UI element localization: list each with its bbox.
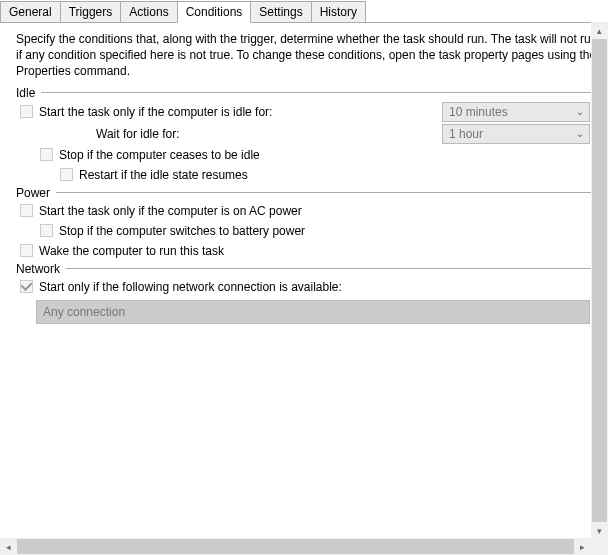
group-label-idle: Idle <box>16 86 41 100</box>
group-header-idle: Idle <box>16 86 602 100</box>
label-stop-on-battery: Stop if the computer switches to battery… <box>59 224 305 238</box>
checkbox-stop-on-battery <box>40 224 53 237</box>
tab-settings[interactable]: Settings <box>250 1 311 22</box>
tab-triggers[interactable]: Triggers <box>60 1 122 22</box>
tab-history[interactable]: History <box>311 1 366 22</box>
checkbox-on-ac-power <box>20 204 33 217</box>
tab-general[interactable]: General <box>0 1 61 22</box>
checkbox-restart-if-resumes <box>60 168 73 181</box>
scroll-down-icon[interactable]: ▾ <box>591 522 608 539</box>
group-label-network: Network <box>16 262 66 276</box>
conditions-panel: Specify the conditions that, along with … <box>0 22 608 535</box>
checkbox-wake-computer <box>20 244 33 257</box>
select-wait-duration: 1 hour ⌄ <box>442 124 590 144</box>
group-header-power: Power <box>16 186 602 200</box>
select-network-connection-value: Any connection <box>43 305 125 319</box>
checkbox-start-if-idle <box>20 105 33 118</box>
scroll-left-icon[interactable]: ◂ <box>0 538 17 555</box>
conditions-description: Specify the conditions that, along with … <box>16 31 602 80</box>
group-label-power: Power <box>16 186 56 200</box>
select-network-connection: Any connection <box>36 300 590 324</box>
divider <box>66 268 602 269</box>
select-wait-duration-value: 1 hour <box>449 127 571 141</box>
label-stop-if-not-idle: Stop if the computer ceases to be idle <box>59 148 260 162</box>
horizontal-scroll-thumb[interactable] <box>17 539 574 554</box>
vertical-scrollbar[interactable]: ▴ ▾ <box>591 22 608 539</box>
select-idle-duration: 10 minutes ⌄ <box>442 102 590 122</box>
scroll-corner <box>591 538 608 555</box>
tab-conditions[interactable]: Conditions <box>177 1 252 23</box>
scroll-right-icon[interactable]: ▸ <box>574 538 591 555</box>
divider <box>41 92 602 93</box>
label-restart-if-resumes: Restart if the idle state resumes <box>79 168 248 182</box>
chevron-down-icon: ⌄ <box>571 128 589 139</box>
label-start-if-idle: Start the task only if the computer is i… <box>39 105 272 119</box>
select-idle-duration-value: 10 minutes <box>449 105 571 119</box>
divider <box>56 192 602 193</box>
tab-actions[interactable]: Actions <box>120 1 177 22</box>
label-wait-for-idle: Wait for idle for: <box>96 127 180 141</box>
label-network-available: Start only if the following network conn… <box>39 280 342 294</box>
checkbox-stop-if-not-idle <box>40 148 53 161</box>
horizontal-scrollbar[interactable]: ◂ ▸ <box>0 538 591 555</box>
tab-strip: General Triggers Actions Conditions Sett… <box>0 0 608 22</box>
chevron-down-icon: ⌄ <box>571 106 589 117</box>
group-header-network: Network <box>16 262 602 276</box>
label-on-ac-power: Start the task only if the computer is o… <box>39 204 302 218</box>
vertical-scroll-thumb[interactable] <box>592 39 607 522</box>
label-wake-computer: Wake the computer to run this task <box>39 244 224 258</box>
scroll-up-icon[interactable]: ▴ <box>591 22 608 39</box>
checkbox-network-available <box>20 280 33 293</box>
